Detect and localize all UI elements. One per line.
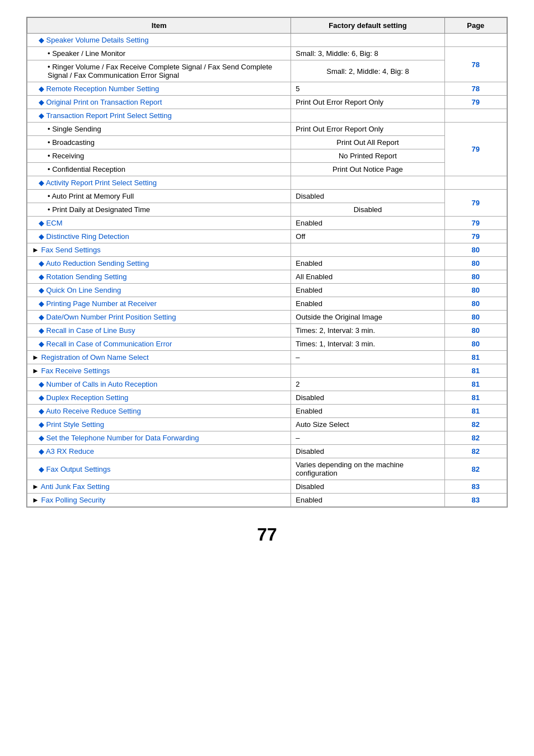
item-label: • Speaker / Line Monitor (48, 49, 125, 58)
page-cell: 81 (444, 391, 507, 405)
table-row: • BroadcastingPrint Out All Report (27, 136, 507, 149)
default-cell: Enabled (291, 257, 444, 270)
item-label[interactable]: ► Registration of Own Name Select (32, 353, 149, 361)
table-row: ◆ Speaker Volume Details Setting (27, 34, 507, 47)
default-cell: Off (291, 230, 444, 243)
table-row: ◆ Print Style SettingAuto Size Select82 (27, 418, 507, 431)
table-row: ◆ A3 RX ReduceDisabled82 (27, 445, 507, 458)
page-cell: 80 (444, 324, 507, 337)
item-label[interactable]: ◆ Activity Report Print Select Setting (39, 179, 157, 187)
item-label[interactable]: ◆ Fax Output Settings (39, 465, 111, 473)
default-cell: Varies depending on the machine configur… (291, 458, 444, 480)
page-cell: 80 (444, 297, 507, 311)
page-cell (444, 34, 507, 47)
table-row: ► Fax Receive Settings81 (27, 364, 507, 378)
page-cell: 80 (444, 243, 507, 257)
item-label[interactable]: ◆ Recall in Case of Communication Error (39, 340, 172, 348)
page-cell: 79 (444, 123, 507, 176)
item-cell: • Single Sending (27, 123, 291, 136)
item-cell: ◆ Set the Telephone Number for Data Forw… (27, 431, 291, 445)
item-label: • Broadcasting (48, 138, 95, 147)
table-row: ◆ Date/Own Number Print Position Setting… (27, 311, 507, 324)
item-cell: ◆ Fax Output Settings (27, 458, 291, 480)
item-cell: ► Fax Send Settings (27, 243, 291, 257)
col-header-item: Item (27, 18, 291, 34)
item-label[interactable]: ◆ Remote Reception Number Setting (39, 84, 159, 93)
item-label[interactable]: ◆ Original Print on Transaction Report (39, 98, 162, 106)
table-row: ► Fax Polling SecurityEnabled83 (27, 494, 507, 507)
page-cell: 79 (444, 230, 507, 243)
main-table-wrapper: Item Factory default setting Page ◆ Spea… (26, 17, 508, 508)
table-row: ◆ Auto Receive Reduce SettingEnabled81 (27, 405, 507, 418)
page-cell: 81 (444, 364, 507, 378)
item-label[interactable]: ◆ Number of Calls in Auto Reception (39, 380, 157, 388)
item-label[interactable]: ◆ Quick On Line Sending (39, 286, 121, 294)
item-cell: ◆ Remote Reception Number Setting (27, 82, 291, 96)
item-cell: ► Fax Polling Security (27, 494, 291, 507)
default-cell: Disabled (291, 391, 444, 405)
default-cell: Print Out Notice Page (291, 163, 444, 176)
item-cell: ◆ Rotation Sending Setting (27, 270, 291, 284)
table-row: ◆ Transaction Report Print Select Settin… (27, 109, 507, 123)
page-cell (444, 176, 507, 190)
item-cell: ◆ Number of Calls in Auto Reception (27, 378, 291, 391)
item-label[interactable]: ◆ Speaker Volume Details Setting (39, 36, 148, 44)
page-cell: 81 (444, 405, 507, 418)
item-label[interactable]: ◆ Date/Own Number Print Position Setting (39, 313, 176, 321)
table-row: ► Fax Send Settings80 (27, 243, 507, 257)
col-header-page: Page (444, 18, 507, 34)
item-label[interactable]: ◆ ECM (39, 219, 63, 227)
default-cell: Times: 2, Interval: 3 min. (291, 324, 444, 337)
default-cell (291, 109, 444, 123)
default-cell (291, 176, 444, 190)
item-cell: • Receiving (27, 149, 291, 163)
table-row: ◆ Printing Page Number at ReceiverEnable… (27, 297, 507, 311)
item-cell: ◆ Activity Report Print Select Setting (27, 176, 291, 190)
table-row: • ReceivingNo Printed Report (27, 149, 507, 163)
item-cell: • Print Daily at Designated Time (27, 203, 291, 217)
item-cell: ► Anti Junk Fax Setting (27, 480, 291, 494)
table-row: ◆ Remote Reception Number Setting578 (27, 82, 507, 96)
item-cell: ► Fax Receive Settings (27, 364, 291, 378)
settings-table: Item Factory default setting Page ◆ Spea… (27, 17, 507, 507)
default-cell: Disabled (291, 480, 444, 494)
item-label: • Receiving (48, 152, 84, 160)
page-cell: 79 (444, 217, 507, 230)
item-label[interactable]: ► Fax Send Settings (32, 246, 101, 254)
table-row: ◆ Recall in Case of Line BusyTimes: 2, I… (27, 324, 507, 337)
item-cell: ◆ Speaker Volume Details Setting (27, 34, 291, 47)
default-cell: Print Out All Report (291, 136, 444, 149)
item-label[interactable]: ◆ Rotation Sending Setting (39, 273, 127, 281)
page-cell (444, 109, 507, 123)
item-label[interactable]: ► Fax Receive Settings (32, 367, 110, 375)
default-cell: Small: 2, Middle: 4, Big: 8 (291, 60, 444, 82)
item-label[interactable]: ◆ Printing Page Number at Receiver (39, 299, 157, 308)
item-cell: ◆ Distinctive Ring Detection (27, 230, 291, 243)
page-cell: 80 (444, 311, 507, 324)
item-label[interactable]: ◆ Duplex Reception Setting (39, 393, 128, 402)
item-label[interactable]: ◆ Recall in Case of Line Busy (39, 326, 135, 335)
item-label[interactable]: ◆ Auto Reduction Sending Setting (39, 259, 149, 267)
table-row: ◆ Auto Reduction Sending SettingEnabled8… (27, 257, 507, 270)
item-cell: ◆ A3 RX Reduce (27, 445, 291, 458)
table-row: • Print Daily at Designated TimeDisabled (27, 203, 507, 217)
default-cell: – (291, 431, 444, 445)
item-label[interactable]: ◆ A3 RX Reduce (39, 447, 94, 456)
default-cell: Disabled (291, 445, 444, 458)
page-cell: 82 (444, 418, 507, 431)
page-cell: 82 (444, 431, 507, 445)
item-cell: ◆ Duplex Reception Setting (27, 391, 291, 405)
item-label: • Print Daily at Designated Time (48, 205, 150, 214)
item-label[interactable]: ◆ Distinctive Ring Detection (39, 232, 129, 241)
item-label[interactable]: ◆ Print Style Setting (39, 420, 104, 429)
item-label[interactable]: ► Anti Junk Fax Setting (32, 482, 110, 491)
table-row: ◆ Set the Telephone Number for Data Forw… (27, 431, 507, 445)
default-cell: Enabled (291, 405, 444, 418)
item-cell: ◆ Print Style Setting (27, 418, 291, 431)
item-label[interactable]: ◆ Transaction Report Print Select Settin… (39, 111, 172, 120)
item-label[interactable]: ► Fax Polling Security (32, 496, 105, 504)
item-label[interactable]: ◆ Auto Receive Reduce Setting (39, 407, 141, 415)
item-label[interactable]: ◆ Set the Telephone Number for Data Forw… (39, 434, 199, 442)
item-cell: • Broadcasting (27, 136, 291, 149)
table-row: ◆ Duplex Reception SettingDisabled81 (27, 391, 507, 405)
